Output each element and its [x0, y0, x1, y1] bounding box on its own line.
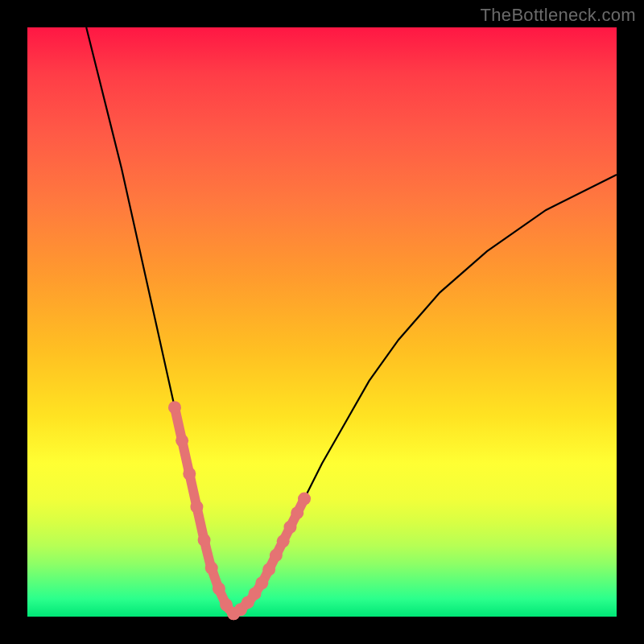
highlight-dot [175, 434, 188, 447]
highlight-dot [291, 506, 303, 519]
curve-overlay [27, 27, 617, 617]
highlight-dot [298, 493, 311, 506]
chart-frame: TheBottleneck.com [0, 0, 644, 644]
highlight-dot [262, 563, 275, 576]
watermark-text: TheBottleneck.com [481, 5, 636, 26]
highlight-dot [183, 467, 196, 480]
highlight-dot [255, 576, 268, 589]
highlight-dot [198, 534, 211, 547]
highlight-dot [190, 501, 203, 514]
highlight-dot [205, 562, 218, 575]
highlight-dot [168, 401, 181, 414]
curve-left [86, 27, 233, 613]
highlight-dot [270, 549, 283, 562]
highlight-dot [213, 582, 225, 595]
highlight-dot [277, 535, 290, 547]
highlight-dot [283, 521, 296, 534]
curve-right [233, 175, 617, 613]
highlight-dots [168, 401, 311, 620]
highlight-dot [249, 587, 262, 600]
